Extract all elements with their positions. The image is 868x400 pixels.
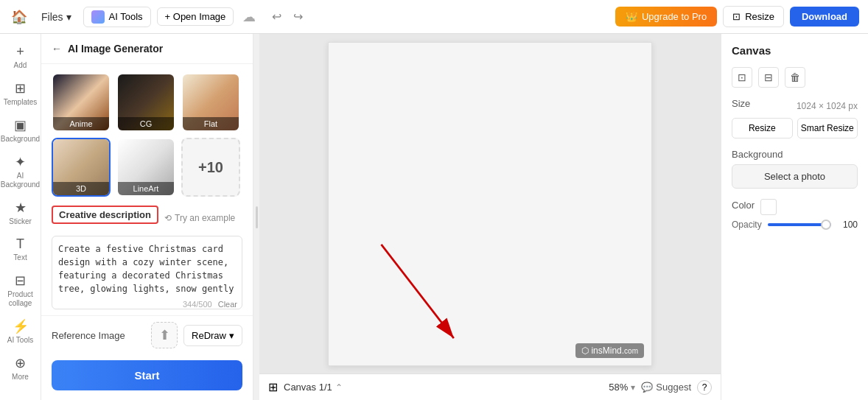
creative-textarea[interactable]: Create a festive Christmas card design w… bbox=[52, 236, 242, 295]
canvas-copy-icon[interactable]: ⊡ bbox=[732, 67, 752, 88]
style-flat[interactable]: Flat bbox=[181, 73, 240, 132]
color-section: Color Opacity 100 bbox=[732, 199, 858, 230]
resize-button[interactable]: ⊡ Resize bbox=[723, 6, 784, 27]
sidebar-item-text[interactable]: T Text bbox=[1, 232, 40, 267]
background-icon: ▣ bbox=[14, 117, 27, 133]
size-row: Size 1024 × 1024 px bbox=[732, 98, 858, 113]
resize-icon: ⊡ bbox=[732, 11, 741, 22]
background-label: Background bbox=[732, 149, 858, 160]
panel-back-button[interactable]: ← bbox=[52, 43, 62, 55]
undo-button[interactable]: ↩ bbox=[267, 7, 286, 27]
topbar: 🏠 Files ▾ AI Tools + Open Image ☁ ↩ ↪ 👑 … bbox=[0, 0, 868, 34]
suggest-label: Suggest bbox=[656, 382, 691, 393]
style-anime[interactable]: Anime bbox=[52, 73, 111, 132]
clear-button[interactable]: Clear bbox=[218, 300, 237, 309]
canvas-duplicate-icon[interactable]: ⊟ bbox=[758, 67, 779, 88]
resize-dot bbox=[256, 206, 258, 228]
sidebar-item-ai-tools-label: AI Tools bbox=[7, 336, 33, 345]
upgrade-button[interactable]: 👑 Upgrade to Pro bbox=[615, 7, 717, 27]
sidebar-item-text-label: Text bbox=[13, 253, 27, 262]
start-section: Start bbox=[41, 354, 253, 400]
zoom-level: 58% bbox=[609, 382, 628, 393]
layers-icon: ⊞ bbox=[268, 380, 278, 394]
zoom-control: 58% ▾ bbox=[609, 382, 635, 393]
creative-section: Creative description ⟲ Try an example Cr… bbox=[41, 206, 253, 315]
upload-icon: ⬆ bbox=[159, 327, 170, 343]
sidebar-item-ai-background-label: AI Background bbox=[1, 172, 40, 189]
style-flat-label: Flat bbox=[183, 117, 239, 130]
cloud-sync-icon: ☁ bbox=[242, 9, 256, 25]
resize-button[interactable]: Resize bbox=[732, 118, 793, 138]
opacity-label: Opacity bbox=[732, 220, 762, 230]
right-panel-title: Canvas bbox=[732, 44, 858, 57]
sidebar-item-background[interactable]: ▣ Background bbox=[1, 113, 40, 148]
style-more-label: +10 bbox=[198, 159, 223, 176]
smart-resize-button[interactable]: Smart Resize bbox=[797, 118, 858, 138]
opacity-row: Opacity 100 bbox=[732, 220, 858, 230]
opacity-slider[interactable] bbox=[768, 223, 831, 226]
right-panel-header: Canvas bbox=[732, 44, 858, 57]
watermark-icon: ⬡ bbox=[581, 345, 591, 356]
panel-header: ← AI Image Generator bbox=[41, 34, 253, 64]
upgrade-label: Upgrade to Pro bbox=[642, 11, 707, 22]
files-chevron: ▾ bbox=[66, 11, 71, 23]
size-label: Size bbox=[732, 98, 750, 109]
files-menu[interactable]: Files ▾ bbox=[35, 8, 77, 26]
sidebar-item-sticker[interactable]: ★ Sticker bbox=[1, 195, 40, 231]
canvas-pages: Canvas 1/1 ⌃ bbox=[284, 382, 343, 393]
right-panel: Canvas ⊡ ⊟ 🗑 Size 1024 × 1024 px Resize … bbox=[721, 34, 868, 400]
suggest-button[interactable]: 💬 Suggest bbox=[641, 382, 691, 393]
sidebar-item-more[interactable]: ⊕ More bbox=[1, 351, 40, 386]
style-3d[interactable]: 3D bbox=[52, 138, 111, 197]
sidebar-item-sticker-label: Sticker bbox=[9, 217, 32, 226]
canvas-bottombar: ⊞ Canvas 1/1 ⌃ 58% ▾ 💬 Suggest ? bbox=[259, 373, 721, 400]
size-section: Size 1024 × 1024 px Resize Smart Resize bbox=[732, 98, 858, 138]
upgrade-icon: 👑 bbox=[626, 11, 637, 22]
reference-upload-button[interactable]: ⬆ bbox=[151, 322, 178, 348]
style-grid: Anime CG Flat 3D LineArt +10 bbox=[41, 64, 253, 206]
sidebar-item-product-collage[interactable]: ⊟ Product collage bbox=[1, 268, 40, 312]
color-label: Color bbox=[732, 200, 755, 211]
redraw-chevron: ▾ bbox=[229, 330, 234, 341]
panel-title: AI Image Generator bbox=[68, 43, 163, 55]
style-anime-label: Anime bbox=[53, 117, 109, 130]
color-swatch[interactable] bbox=[760, 199, 777, 215]
ai-background-icon: ✦ bbox=[15, 154, 26, 170]
background-section: Background Select a photo bbox=[732, 149, 858, 189]
open-image-button[interactable]: + Open Image bbox=[157, 7, 234, 26]
suggest-icon: 💬 bbox=[641, 382, 653, 393]
home-icon[interactable]: 🏠 bbox=[9, 7, 29, 27]
start-button[interactable]: Start bbox=[52, 360, 242, 390]
canvas-page-label: Canvas 1/1 bbox=[284, 382, 332, 393]
sidebar-item-ai-background[interactable]: ✦ AI Background bbox=[1, 150, 40, 194]
text-icon: T bbox=[16, 236, 24, 252]
panel-resize-handle[interactable] bbox=[253, 34, 259, 400]
canvas-pages-expand[interactable]: ⌃ bbox=[335, 382, 343, 393]
download-button[interactable]: Download bbox=[790, 7, 859, 27]
sidebar-item-ai-tools[interactable]: ⚡ AI Tools bbox=[1, 314, 40, 349]
sidebar-item-add[interactable]: + Add bbox=[1, 40, 40, 74]
select-photo-button[interactable]: Select a photo bbox=[732, 164, 858, 189]
help-button[interactable]: ? bbox=[697, 380, 712, 395]
style-lineart[interactable]: LineArt bbox=[116, 138, 175, 197]
style-lineart-label: LineArt bbox=[118, 182, 174, 195]
canvas-trash-icon[interactable]: 🗑 bbox=[785, 67, 805, 88]
style-more-button[interactable]: +10 bbox=[181, 138, 240, 197]
left-panel: ← AI Image Generator Anime CG Flat 3D bbox=[41, 34, 253, 400]
textarea-wrapper: Create a festive Christmas card design w… bbox=[52, 236, 242, 309]
aitools-button[interactable]: AI Tools bbox=[83, 7, 151, 27]
redraw-button[interactable]: ReDraw ▾ bbox=[183, 325, 242, 346]
redo-button[interactable]: ↪ bbox=[289, 7, 307, 27]
aitools-icon bbox=[91, 10, 105, 24]
try-example-button[interactable]: ⟲ Try an example bbox=[164, 213, 235, 223]
undo-redo-group: ↩ ↪ bbox=[267, 7, 307, 27]
sidebar-item-templates[interactable]: ⊞ Templates bbox=[1, 76, 40, 111]
style-3d-label: 3D bbox=[53, 182, 109, 195]
zoom-dropdown-button[interactable]: ▾ bbox=[631, 382, 635, 393]
canvas-bg: ⬡ insMind.com bbox=[328, 42, 652, 366]
char-count: 344/500 bbox=[183, 300, 212, 309]
sidebar-item-more-label: More bbox=[12, 373, 29, 382]
aitools-label: AI Tools bbox=[109, 11, 143, 22]
style-cg[interactable]: CG bbox=[116, 73, 175, 132]
main-content: + Add ⊞ Templates ▣ Background ✦ AI Back… bbox=[0, 34, 868, 400]
